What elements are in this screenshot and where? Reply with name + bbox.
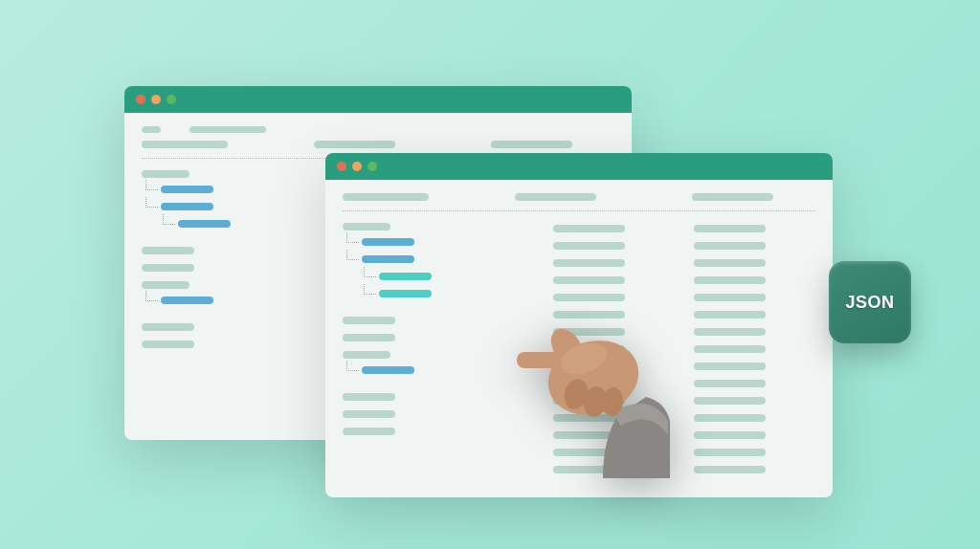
column-header	[314, 141, 395, 148]
tree-parent[interactable]	[343, 223, 390, 231]
data-cell	[694, 380, 766, 387]
data-cell	[694, 397, 766, 405]
json-badge: JSON	[829, 261, 911, 343]
data-cell	[553, 380, 625, 387]
tree-item[interactable]	[343, 317, 395, 324]
data-cell	[694, 311, 766, 318]
tree-child[interactable]	[362, 366, 414, 374]
placeholder-pill	[142, 126, 161, 133]
tree-item[interactable]	[142, 264, 194, 272]
maximize-icon[interactable]	[167, 95, 176, 104]
maximize-icon[interactable]	[368, 162, 377, 171]
column-header	[491, 141, 572, 148]
column-header	[142, 141, 228, 148]
minimize-icon[interactable]	[352, 162, 362, 171]
tree-child-active[interactable]	[379, 290, 432, 297]
titlebar	[124, 86, 632, 113]
column-header	[343, 193, 429, 201]
close-icon[interactable]	[136, 95, 145, 104]
tree-parent[interactable]	[142, 170, 189, 178]
data-cell	[553, 328, 625, 336]
data-cell	[694, 328, 766, 336]
tree-item[interactable]	[343, 428, 395, 435]
data-cell	[553, 242, 625, 250]
placeholder-pill	[189, 126, 266, 133]
tree-parent[interactable]	[142, 281, 189, 289]
data-cell	[694, 466, 766, 473]
minimize-icon[interactable]	[151, 95, 161, 104]
tree-child[interactable]	[178, 220, 231, 228]
header-meta	[142, 126, 614, 133]
data-cell	[553, 466, 625, 473]
data-cell	[553, 311, 625, 318]
tree-parent[interactable]	[343, 351, 390, 359]
data-cell	[553, 276, 625, 284]
tree-child[interactable]	[161, 296, 213, 304]
tree-item[interactable]	[343, 334, 395, 341]
data-column	[553, 223, 675, 473]
column-header	[692, 193, 773, 201]
data-cell	[553, 225, 625, 232]
window-body	[325, 180, 833, 487]
data-cell	[553, 345, 625, 353]
tree-child-active[interactable]	[379, 273, 432, 280]
tree-child[interactable]	[161, 203, 213, 210]
data-column	[694, 223, 815, 473]
data-cell	[694, 362, 766, 370]
data-cell	[694, 276, 766, 284]
tree-child[interactable]	[362, 255, 414, 263]
tree-child[interactable]	[161, 186, 213, 193]
tree-item[interactable]	[142, 323, 194, 331]
tree-column	[142, 170, 333, 358]
data-cell	[694, 414, 766, 422]
tree-item[interactable]	[142, 340, 194, 348]
data-cell	[553, 294, 625, 301]
tree-item[interactable]	[343, 393, 395, 401]
data-cell	[553, 431, 625, 439]
tree-item[interactable]	[142, 247, 194, 254]
tree-column	[343, 223, 534, 473]
window-front	[325, 153, 833, 497]
data-cell	[694, 259, 766, 267]
data-cell	[553, 397, 625, 405]
data-cell	[553, 414, 625, 422]
titlebar	[325, 153, 833, 180]
json-label: JSON	[845, 293, 894, 313]
data-cell	[553, 259, 625, 267]
data-cell	[694, 345, 766, 353]
tree-child[interactable]	[362, 238, 414, 246]
data-cell	[694, 449, 766, 456]
column-header	[515, 193, 596, 201]
close-icon[interactable]	[337, 162, 346, 171]
data-cell	[694, 225, 766, 232]
data-cell	[694, 431, 766, 439]
tree-item[interactable]	[343, 410, 395, 418]
data-cell	[553, 362, 625, 370]
data-cell	[553, 449, 625, 456]
data-cell	[694, 294, 766, 301]
column-headers	[343, 193, 815, 211]
data-cell	[694, 242, 766, 250]
